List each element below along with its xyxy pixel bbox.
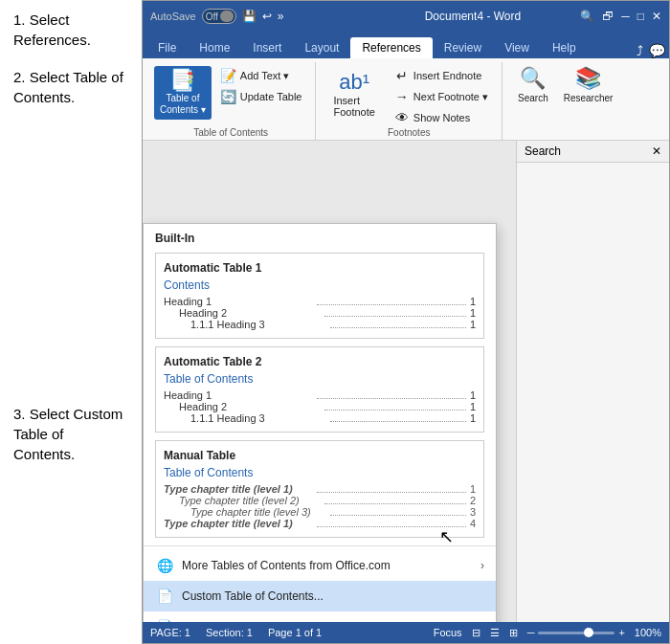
auto-table-1-toc-title: Contents — [164, 278, 476, 292]
show-notes-icon: 👁 — [394, 110, 410, 125]
minimize-button[interactable]: ─ — [621, 10, 630, 23]
tab-help[interactable]: Help — [541, 37, 588, 58]
title-bar: AutoSave Off 💾 ↩ » Document4 - Word 🔍 🗗 … — [143, 1, 669, 32]
tab-layout[interactable]: Layout — [293, 37, 350, 58]
page-info: PAGE: 1 — [150, 627, 190, 638]
section-info: Section: 1 — [206, 627, 253, 638]
auto-table-2-toc-title: Table of Contents — [164, 372, 476, 386]
researcher-icon: 📚 — [575, 66, 601, 91]
instructions-panel: 1. Select References. 2. Select Table of… — [0, 0, 142, 644]
auto-table-2-preview[interactable]: Automatic Table 2 Table of Contents Head… — [155, 346, 484, 433]
next-footnote-button[interactable]: → Next Footnote ▾ — [389, 87, 494, 106]
update-table-label: Update Table — [240, 91, 302, 102]
more-toc-arrow: › — [480, 559, 484, 572]
zoom-percent[interactable]: 100% — [635, 627, 661, 638]
undo-icon[interactable]: ↩ — [262, 10, 272, 23]
more-commands-icon[interactable]: » — [278, 10, 284, 23]
remove-toc-item[interactable]: 📄 Remove Table of Contents — [144, 611, 496, 622]
auto2-row-1: Heading 1 1 — [164, 389, 476, 401]
update-table-button[interactable]: 🔄 Update Table — [215, 87, 308, 106]
zoom-minus[interactable]: ─ — [527, 627, 535, 638]
zoom-thumb — [584, 628, 593, 637]
page-of-info: Page 1 of 1 — [268, 627, 322, 638]
ribbon-group-toc: 📑 Table ofContents ▾ 📝 Add Text ▾ 🔄 Upda… — [146, 62, 316, 140]
save-icon[interactable]: 💾 — [242, 10, 257, 23]
manual-row-2: Type chapter title (level 2) 2 — [164, 495, 476, 506]
footnotes-buttons: ab¹ InsertFootnote ↵ Insert Endnote → Ne… — [324, 62, 494, 127]
footnotes-group-label: Footnotes — [324, 127, 494, 140]
auto1-row-3: 1.1.1 Heading 3 1 — [164, 319, 476, 330]
update-table-icon: 🔄 — [221, 89, 236, 104]
search-panel-title: Search — [525, 144, 561, 158]
tab-insert[interactable]: Insert — [241, 37, 293, 58]
close-button[interactable]: ✕ — [652, 10, 661, 23]
focus-label[interactable]: Focus — [434, 627, 462, 638]
add-text-button[interactable]: 📝 Add Text ▾ — [215, 66, 308, 85]
view-icon-1[interactable]: ⊟ — [472, 627, 480, 639]
ribbon-content: 📑 Table ofContents ▾ 📝 Add Text ▾ 🔄 Upda… — [143, 58, 669, 141]
status-bar: PAGE: 1 Section: 1 Page 1 of 1 Focus ⊟ ☰… — [143, 622, 669, 643]
tab-review[interactable]: Review — [433, 37, 493, 58]
more-toc-item[interactable]: 🌐 More Tables of Contents from Office.co… — [144, 550, 496, 581]
manual-row-3: Type chapter title (level 3) 3 — [164, 506, 476, 518]
insert-endnote-label: Insert Endnote — [413, 70, 482, 81]
custom-toc-icon: 📄 — [155, 587, 174, 606]
custom-toc-item[interactable]: 📄 Custom Table of Contents... — [144, 581, 496, 611]
custom-toc-label: Custom Table of Contents... — [182, 589, 324, 603]
insert-footnote-area: ab¹ InsertFootnote — [324, 66, 384, 122]
insert-endnote-icon: ↵ — [394, 68, 410, 83]
toc-button-icon: 📑 — [169, 70, 195, 91]
word-window: AutoSave Off 💾 ↩ » Document4 - Word 🔍 🗗 … — [142, 0, 670, 644]
search-panel: Search ✕ — [516, 141, 669, 622]
search-tool-icon: 🔍 — [520, 66, 546, 91]
ribbon-tabs: File Home Insert Layout References Revie… — [143, 32, 669, 58]
add-text-label: Add Text ▾ — [240, 70, 290, 82]
zoom-track[interactable] — [538, 632, 614, 634]
show-notes-label: Show Notes — [413, 112, 470, 123]
remove-toc-icon: 📄 — [155, 617, 174, 622]
title-bar-left: AutoSave Off 💾 ↩ » — [150, 9, 366, 24]
tab-references[interactable]: References — [350, 37, 432, 58]
search-panel-close[interactable]: ✕ — [652, 144, 661, 158]
tab-home[interactable]: Home — [188, 37, 241, 58]
toc-small-buttons: 📝 Add Text ▾ 🔄 Update Table — [215, 66, 308, 106]
zoom-plus[interactable]: + — [618, 627, 624, 638]
dropdown-divider-1 — [144, 545, 496, 546]
more-toc-icon: 🌐 — [155, 556, 174, 575]
manual-table-title: Manual Table — [164, 449, 476, 462]
tab-file[interactable]: File — [146, 37, 188, 58]
insert-footnote-button[interactable]: ab¹ InsertFootnote — [324, 66, 384, 122]
share-icon[interactable]: ⤴ — [636, 43, 643, 58]
manual-row-1: Type chapter title (level 1) 1 — [164, 483, 476, 495]
insert-footnote-label: InsertFootnote — [333, 95, 374, 118]
manual-table-preview[interactable]: Manual Table Table of Contents Type chap… — [155, 440, 484, 538]
table-of-contents-button[interactable]: 📑 Table ofContents ▾ — [154, 66, 212, 120]
search-button[interactable]: 🔍 Search — [518, 66, 548, 103]
search-group-buttons: 🔍 Search 📚 Researcher — [510, 62, 620, 107]
auto-table-1-preview[interactable]: Automatic Table 1 Contents Heading 1 1 H… — [155, 253, 484, 339]
status-bar-right: Focus ⊟ ☰ ⊞ ─ + 100% — [434, 627, 661, 639]
view-icon-3[interactable]: ⊞ — [509, 627, 518, 639]
auto1-row-1: Heading 1 1 — [164, 296, 476, 307]
researcher-button[interactable]: 📚 Researcher — [564, 66, 614, 103]
zoom-slider[interactable]: ─ + — [527, 627, 625, 638]
autosave-label: AutoSave — [150, 11, 196, 22]
restore-icon[interactable]: 🗗 — [602, 10, 614, 23]
researcher-label: Researcher — [564, 93, 614, 103]
auto1-row-2: Heading 2 1 — [164, 307, 476, 319]
toc-group-label: Table of Contents — [154, 127, 307, 140]
auto-table-2-title: Automatic Table 2 — [164, 355, 476, 368]
show-notes-button[interactable]: 👁 Show Notes — [389, 108, 494, 127]
footnote-icon: ab¹ — [339, 70, 369, 95]
manual-toc-title: Table of Contents — [164, 466, 476, 479]
comments-icon[interactable]: 💬 — [649, 43, 665, 58]
title-search-icon[interactable]: 🔍 — [580, 10, 594, 23]
next-footnote-label: Next Footnote ▾ — [413, 91, 488, 103]
insert-endnote-button[interactable]: ↵ Insert Endnote — [389, 66, 494, 85]
tab-view[interactable]: View — [493, 37, 541, 58]
autosave-toggle[interactable]: Off — [202, 9, 236, 24]
view-icon-2[interactable]: ☰ — [490, 627, 500, 639]
remove-toc-label: Remove Table of Contents — [182, 620, 317, 622]
maximize-button[interactable]: □ — [637, 10, 644, 23]
footnote-small-buttons: ↵ Insert Endnote → Next Footnote ▾ 👁 Sho… — [389, 66, 494, 127]
